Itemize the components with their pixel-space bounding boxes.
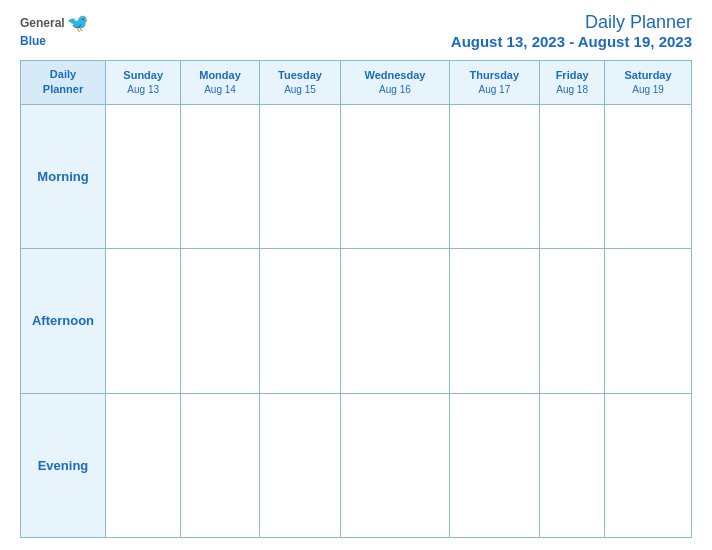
afternoon-monday[interactable] bbox=[181, 249, 259, 393]
logo-blue-text: Blue bbox=[20, 34, 46, 48]
header-daily-planner: DailyPlanner bbox=[21, 61, 106, 105]
morning-monday[interactable] bbox=[181, 104, 259, 248]
logo-general-text: General bbox=[20, 16, 65, 30]
morning-tuesday[interactable] bbox=[259, 104, 341, 248]
title-area: Daily Planner August 13, 2023 - August 1… bbox=[451, 12, 692, 50]
evening-row: Evening bbox=[21, 393, 692, 537]
logo-area: General 🐦 Blue bbox=[20, 12, 89, 48]
header-thursday: Thursday Aug 17 bbox=[449, 61, 540, 105]
header-friday: Friday Aug 18 bbox=[540, 61, 605, 105]
header-saturday: Saturday Aug 19 bbox=[605, 61, 692, 105]
afternoon-row: Afternoon bbox=[21, 249, 692, 393]
morning-wednesday[interactable] bbox=[341, 104, 449, 248]
logo-bird-icon: 🐦 bbox=[67, 12, 89, 34]
page-title: Daily Planner bbox=[451, 12, 692, 33]
morning-friday[interactable] bbox=[540, 104, 605, 248]
morning-row: Morning bbox=[21, 104, 692, 248]
afternoon-label: Afternoon bbox=[21, 249, 106, 393]
morning-sunday[interactable] bbox=[106, 104, 181, 248]
afternoon-friday[interactable] bbox=[540, 249, 605, 393]
evening-sunday[interactable] bbox=[106, 393, 181, 537]
calendar-table: DailyPlanner Sunday Aug 13 Monday Aug 14… bbox=[20, 60, 692, 538]
afternoon-saturday[interactable] bbox=[605, 249, 692, 393]
morning-thursday[interactable] bbox=[449, 104, 540, 248]
evening-label: Evening bbox=[21, 393, 106, 537]
page-header: General 🐦 Blue Daily Planner August 13, … bbox=[20, 12, 692, 50]
morning-label: Morning bbox=[21, 104, 106, 248]
evening-thursday[interactable] bbox=[449, 393, 540, 537]
afternoon-thursday[interactable] bbox=[449, 249, 540, 393]
afternoon-tuesday[interactable] bbox=[259, 249, 341, 393]
header-sunday: Sunday Aug 13 bbox=[106, 61, 181, 105]
header-wednesday: Wednesday Aug 16 bbox=[341, 61, 449, 105]
evening-monday[interactable] bbox=[181, 393, 259, 537]
afternoon-sunday[interactable] bbox=[106, 249, 181, 393]
evening-wednesday[interactable] bbox=[341, 393, 449, 537]
header-tuesday: Tuesday Aug 15 bbox=[259, 61, 341, 105]
header-monday: Monday Aug 14 bbox=[181, 61, 259, 105]
evening-saturday[interactable] bbox=[605, 393, 692, 537]
morning-saturday[interactable] bbox=[605, 104, 692, 248]
header-row: DailyPlanner Sunday Aug 13 Monday Aug 14… bbox=[21, 61, 692, 105]
evening-tuesday[interactable] bbox=[259, 393, 341, 537]
afternoon-wednesday[interactable] bbox=[341, 249, 449, 393]
evening-friday[interactable] bbox=[540, 393, 605, 537]
date-range: August 13, 2023 - August 19, 2023 bbox=[451, 33, 692, 50]
